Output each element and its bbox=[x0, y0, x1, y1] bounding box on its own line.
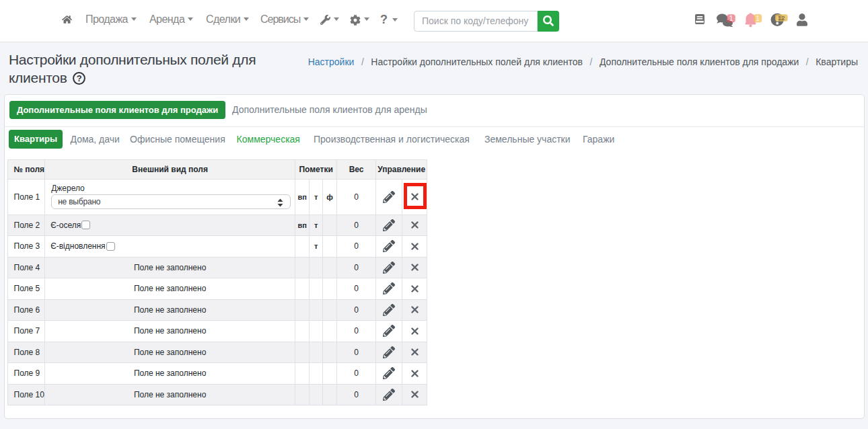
svg-text:1: 1 bbox=[729, 15, 733, 22]
svg-text:1: 1 bbox=[756, 15, 760, 22]
svg-text:12: 12 bbox=[778, 14, 785, 22]
svg-text:?: ? bbox=[77, 73, 82, 83]
